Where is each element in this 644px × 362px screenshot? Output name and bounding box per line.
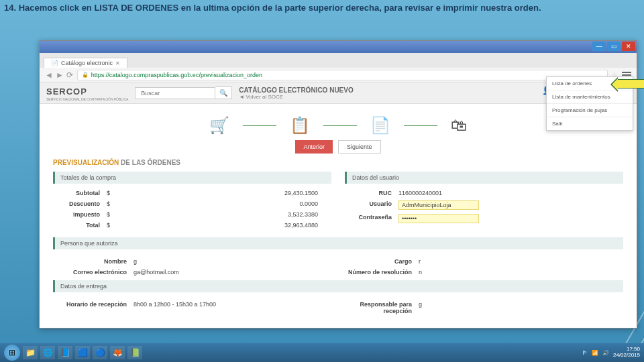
search-button[interactable]: 🔍 <box>215 86 232 99</box>
url-input[interactable]: 🔒 https://catalogo.compraspublicas.gob.e… <box>77 70 608 80</box>
tray-network-icon[interactable]: 📶 <box>592 350 598 356</box>
back-link[interactable]: ◄ Volver al SOCE <box>239 94 353 100</box>
delivery-header: Datos de entrega <box>53 280 623 292</box>
clock[interactable]: 17:50 24/02/2015 <box>613 347 640 359</box>
page-title: PREVISUALIZACIÓN DE LAS ÓRDENES <box>53 159 623 166</box>
dropdown-item-exit[interactable]: Salir <box>547 117 633 130</box>
instruction-text: 14. Hacemos click en LISTA DE ORDENES en… <box>4 3 541 13</box>
page-content: 🛒 📋 📄 🛍 Anterior Siguiente PREVISUALIZAC… <box>40 104 637 326</box>
close-button[interactable]: ✕ <box>622 42 635 51</box>
reload-button[interactable]: ⟳ <box>66 70 73 80</box>
back-button[interactable]: ◄ <box>45 70 53 80</box>
url-text: https://catalogo.compraspublicas.gob.ec/… <box>91 72 262 78</box>
tab-close-icon[interactable]: ✕ <box>115 60 120 66</box>
system-tray: 🏳 📶 🔊 17:50 24/02/2015 <box>582 347 640 359</box>
dropdown-item-maintenance[interactable]: Lista de mantenimientos <box>547 90 633 104</box>
task-media[interactable]: 🔵 <box>93 346 107 359</box>
tab-favicon: 📄 <box>51 60 58 66</box>
delivery-section: Datos de entrega Horario de recepción8h0… <box>53 280 623 319</box>
list-step-icon: 📄 <box>370 116 390 135</box>
username-field[interactable]: AdmMunicipioLoja <box>398 200 479 210</box>
task-word[interactable]: 📘 <box>58 346 72 359</box>
start-button[interactable]: ⊞ <box>4 345 20 361</box>
task-chrome[interactable]: 🌐 <box>40 346 55 359</box>
task-app[interactable]: 🟦 <box>75 346 90 359</box>
next-button[interactable]: Siguiente <box>338 140 381 154</box>
callout-arrow <box>617 79 644 88</box>
task-explorer[interactable]: 📁 <box>23 346 38 359</box>
lock-icon: 🔒 <box>82 72 89 78</box>
totals-section: Totales de la compra Subtotal$29,430.150… <box>53 172 331 231</box>
tray-flag-icon[interactable]: 🏳 <box>582 350 588 356</box>
prev-button[interactable]: Anterior <box>295 140 333 154</box>
dropdown-item-pujas[interactable]: Programación de pujas <box>547 104 633 117</box>
task-firefox[interactable]: 🦊 <box>110 346 125 359</box>
taskbar: ⊞ 📁 🌐 📘 🟦 🔵 🦊 📗 🏳 📶 🔊 17:50 24/02/2015 <box>0 343 644 362</box>
cart-step-icon: 🛒 <box>209 116 229 135</box>
minimize-button[interactable]: — <box>592 42 606 51</box>
browser-tab[interactable]: 📄 Catálogo electronic ✕ <box>44 58 127 68</box>
user-section: Datos del usuario RUC1160000240001 Usuar… <box>345 172 623 231</box>
task-excel[interactable]: 📗 <box>127 346 142 359</box>
step-indicator: 🛒 📋 📄 🛍 <box>53 116 623 135</box>
totals-header: Totales de la compra <box>53 172 331 184</box>
tab-title: Catálogo electronic <box>61 60 113 66</box>
forward-button[interactable]: ► <box>56 70 64 80</box>
tab-bar: 📄 Catálogo electronic ✕ <box>40 53 637 68</box>
app-title: CATÁLOGO ELECTRÓNICO NUEVO <box>239 86 353 94</box>
person-section: Persona que autoriza Nombreg Cargor Corr… <box>53 237 623 280</box>
logo-subtitle: SERVICIO NACIONAL DE CONTRATACIÓN PÚBLIC… <box>46 97 128 101</box>
password-field[interactable]: ••••••• <box>398 214 479 223</box>
logo: SERCOP <box>46 86 87 97</box>
person-header: Persona que autoriza <box>53 237 623 249</box>
search-input[interactable] <box>135 87 215 99</box>
user-header: Datos del usuario <box>345 172 623 184</box>
tray-sound-icon[interactable]: 🔊 <box>602 350 609 356</box>
window-titlebar: — ▭ ✕ <box>40 41 637 53</box>
clipboard-step-icon: 📋 <box>290 116 310 135</box>
maximize-button[interactable]: ▭ <box>607 42 621 51</box>
checkout-step-icon: 🛍 <box>451 116 467 135</box>
